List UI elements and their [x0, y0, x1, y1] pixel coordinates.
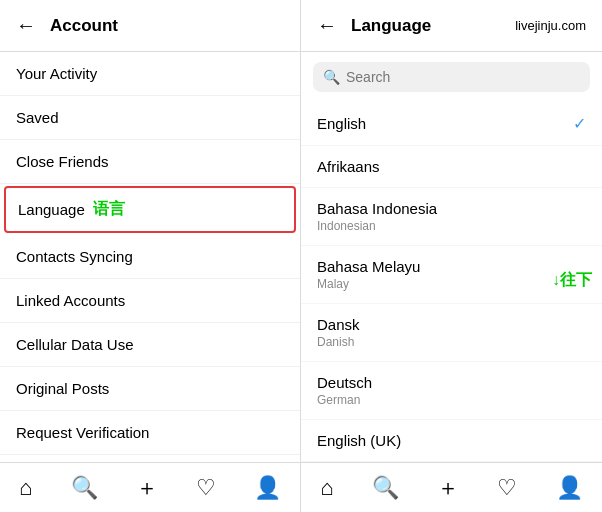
right-back-arrow[interactable]: ← — [317, 14, 337, 37]
left-panel: ← Account Your ActivitySavedClose Friend… — [0, 0, 301, 512]
menu-item-language[interactable]: Language语言 — [4, 186, 296, 233]
lang-name-text: Deutsch — [317, 374, 372, 391]
menu-item-cellular-data-use[interactable]: Cellular Data Use — [0, 323, 300, 367]
language-search-bar[interactable]: 🔍 — [313, 62, 590, 92]
lang-item-bahasamelayu[interactable]: Bahasa MelayuMalay — [301, 246, 602, 304]
account-menu-list: Your ActivitySavedClose FriendsLanguage语… — [0, 52, 300, 462]
menu-item-contacts-syncing[interactable]: Contacts Syncing — [0, 235, 300, 279]
search-icon: 🔍 — [323, 69, 340, 85]
left-nav-home[interactable]: ⌂ — [19, 475, 32, 501]
right-nav-search[interactable]: 🔍 — [372, 475, 399, 501]
left-bottom-nav: ⌂ 🔍 ＋ ♡ 👤 — [0, 462, 300, 512]
lang-name-text: Bahasa Indonesia — [317, 200, 437, 217]
language-list: English✓AfrikaansBahasa IndonesiaIndones… — [301, 102, 602, 462]
left-back-arrow[interactable]: ← — [16, 14, 36, 37]
selected-checkmark: ✓ — [573, 114, 586, 133]
lang-item-dansk[interactable]: DanskDanish — [301, 304, 602, 362]
lang-name-text: Afrikaans — [317, 158, 380, 175]
lang-item-afrikaans[interactable]: Afrikaans — [301, 146, 602, 188]
left-nav-search[interactable]: 🔍 — [71, 475, 98, 501]
menu-item-close-friends[interactable]: Close Friends — [0, 140, 300, 184]
lang-item-bahasaindonesia[interactable]: Bahasa IndonesiaIndonesian — [301, 188, 602, 246]
right-nav-add[interactable]: ＋ — [437, 473, 459, 503]
language-annotation: 语言 — [93, 199, 125, 220]
left-nav-heart[interactable]: ♡ — [196, 475, 216, 501]
search-input[interactable] — [346, 69, 580, 85]
left-nav-add[interactable]: ＋ — [136, 473, 158, 503]
watermark-text: livejinju.com — [515, 18, 586, 33]
left-nav-profile[interactable]: 👤 — [254, 475, 281, 501]
right-panel-title: Language — [351, 16, 515, 36]
lang-name-text: English — [317, 115, 366, 132]
lang-item-english(uk)[interactable]: English (UK) — [301, 420, 602, 462]
right-panel: ← Language livejinju.com 🔍 English✓Afrik… — [301, 0, 602, 512]
menu-item-posts-you've-liked[interactable]: Posts You've Liked — [0, 455, 300, 462]
menu-item-your-activity[interactable]: Your Activity — [0, 52, 300, 96]
lang-name-text: Dansk — [317, 316, 360, 333]
right-nav-heart[interactable]: ♡ — [497, 475, 517, 501]
lang-item-english[interactable]: English✓ — [301, 102, 602, 146]
lang-sub-text: Indonesian — [317, 219, 586, 233]
lang-name-text: Bahasa Melayu — [317, 258, 420, 275]
menu-item-label: Language — [18, 201, 85, 218]
lang-item-deutsch[interactable]: DeutschGerman — [301, 362, 602, 420]
left-panel-title: Account — [50, 16, 118, 36]
menu-item-original-posts[interactable]: Original Posts — [0, 367, 300, 411]
right-bottom-nav: ⌂ 🔍 ＋ ♡ 👤 — [301, 462, 602, 512]
lang-sub-text: Malay — [317, 277, 586, 291]
right-header: ← Language livejinju.com — [301, 0, 602, 52]
lang-sub-text: German — [317, 393, 586, 407]
lang-name-text: English (UK) — [317, 432, 401, 449]
lang-sub-text: Danish — [317, 335, 586, 349]
right-nav-home[interactable]: ⌂ — [320, 475, 333, 501]
right-nav-profile[interactable]: 👤 — [556, 475, 583, 501]
menu-item-request-verification[interactable]: Request Verification — [0, 411, 300, 455]
left-header: ← Account — [0, 0, 300, 52]
menu-item-saved[interactable]: Saved — [0, 96, 300, 140]
menu-item-linked-accounts[interactable]: Linked Accounts — [0, 279, 300, 323]
